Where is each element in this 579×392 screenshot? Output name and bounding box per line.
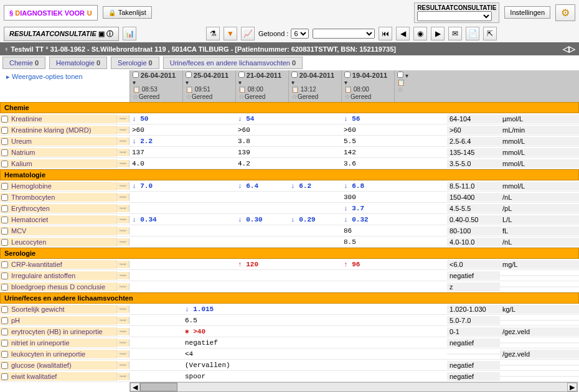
trend-icon[interactable]: 〰 (117, 261, 129, 268)
row-checkbox[interactable] (1, 194, 8, 201)
subtab-serologie[interactable]: Serologie 0 (111, 57, 159, 69)
mail-icon[interactable]: ✉ (448, 27, 462, 40)
trend-icon[interactable]: 〰 (117, 328, 129, 335)
result-cell: 0.30 (235, 215, 288, 224)
result-cell (182, 152, 235, 153)
result-cell (394, 275, 447, 276)
column-header[interactable]: ▾📋 ☆ (394, 70, 447, 102)
result-cell (235, 331, 288, 332)
result-cell (129, 286, 182, 287)
main-tab[interactable]: RESULTAATCONSULTATIE ▣ ⓘ (4, 27, 119, 41)
column-header[interactable]: 21-04-2011 ▾📋 08:00☆Gereed (235, 70, 288, 102)
trend-icon[interactable]: 〰 (117, 350, 129, 358)
result-cell: <4 (182, 350, 235, 358)
trend-icon[interactable]: 〰 (117, 115, 129, 123)
row-checkbox[interactable] (1, 205, 8, 212)
horizontal-scrollbar[interactable]: ◀ ▶ (129, 382, 578, 392)
row-checkbox[interactable] (1, 183, 8, 190)
result-cell (394, 129, 447, 131)
result-cell (394, 208, 447, 209)
chart-button[interactable]: 📊 (123, 27, 136, 40)
trend-icon[interactable]: 〰 (117, 182, 129, 190)
trend-icon[interactable]: 〰 (117, 339, 129, 347)
param-name: Hemoglobine (0, 182, 117, 190)
subtab-chemie[interactable]: Chemie 0 (2, 57, 45, 69)
row-checkbox[interactable] (1, 138, 8, 145)
row-checkbox[interactable] (1, 306, 8, 313)
row-checkbox[interactable] (1, 373, 8, 380)
patient-bar: ♀ Testwil TT ° 31-08-1962 - St.Willebror… (0, 42, 579, 55)
trend-icon[interactable]: 〰 (117, 283, 129, 291)
export-icon[interactable]: ⇱ (483, 27, 497, 40)
gear-button[interactable] (555, 4, 575, 21)
trend-icon[interactable]: 〰 (117, 306, 129, 313)
trend-icon[interactable]: 〰 (117, 317, 129, 324)
trend-icon[interactable]: 〰 (117, 205, 129, 212)
row-checkbox[interactable] (1, 273, 8, 279)
trend-icon[interactable]: 〰 (117, 373, 129, 380)
row-checkbox[interactable] (1, 317, 8, 324)
trend-icon[interactable]: 〰 (117, 194, 129, 201)
subtab-urine/feces en andere lichaamsvochten[interactable]: Urine/feces en andere lichaamsvochten 0 (163, 57, 303, 69)
takenlijst-button[interactable]: Takenlijst (103, 6, 152, 19)
row-checkbox[interactable] (1, 261, 8, 268)
row-checkbox[interactable] (1, 362, 8, 369)
trend-icon[interactable]: 〰 (117, 160, 129, 167)
row-checkbox[interactable] (1, 340, 8, 347)
trend-icon[interactable]: 〰 (117, 362, 129, 369)
trend-icon[interactable]: 📈 (241, 27, 255, 40)
trend-icon[interactable]: 〰 (117, 227, 129, 235)
param-name: CRP-kwantitatief (0, 260, 117, 269)
row-checkbox[interactable] (1, 149, 8, 156)
trend-icon[interactable]: 〰 (117, 216, 129, 223)
row-checkbox[interactable] (1, 329, 8, 335)
ref-range: 64-104 (447, 114, 500, 123)
nav-first-icon[interactable]: ⏮ (379, 27, 392, 40)
row-checkbox[interactable] (1, 127, 8, 134)
pdf-icon[interactable]: 📄 (466, 27, 479, 40)
row-checkbox[interactable] (1, 161, 8, 167)
result-cell (235, 353, 288, 355)
result-cell (394, 376, 447, 377)
patient-nav[interactable]: ◁▷ (563, 44, 575, 54)
row-checkbox[interactable] (1, 284, 8, 291)
trend-icon[interactable]: 〰 (117, 126, 129, 134)
instellingen-button[interactable]: Instellingen (504, 6, 550, 19)
scroll-right-icon[interactable]: ▶ (567, 383, 577, 391)
row-checkbox[interactable] (1, 116, 8, 123)
row-checkbox[interactable] (1, 228, 8, 235)
ref-range: 1.020-1.030 (447, 305, 500, 314)
scroll-left-icon[interactable]: ◀ (130, 383, 140, 391)
row-checkbox[interactable] (1, 217, 8, 223)
result-cell: 0.34 (129, 215, 182, 224)
nav-page-icon[interactable]: ◉ (413, 27, 427, 40)
column-header[interactable]: 25-04-2011 ▾📋 09:51☆Gereed (182, 70, 235, 102)
trend-icon[interactable]: 〰 (117, 149, 129, 156)
app-logo: § DIAGNOSTIEK VOOR U (4, 5, 98, 21)
result-row: MCV〰8680-100fL (0, 225, 579, 236)
nav-next-icon[interactable]: ▶ (431, 27, 445, 40)
resconsult-select[interactable] (417, 11, 492, 21)
scroll-thumb[interactable] (140, 383, 177, 391)
flask-icon[interactable]: ⚗ (206, 27, 220, 40)
nav-prev-icon[interactable]: ◀ (396, 27, 410, 40)
getoond-select[interactable]: 6 (291, 29, 309, 39)
result-row: pH〰6.55.0-7.0 (0, 315, 579, 326)
trend-icon[interactable]: 〰 (117, 138, 129, 145)
row-checkbox[interactable] (1, 239, 8, 246)
trend-icon[interactable]: 〰 (117, 272, 129, 279)
result-cell (129, 208, 182, 209)
subtab-hematologie[interactable]: Hematologie 0 (49, 57, 107, 69)
row-checkbox[interactable] (1, 351, 8, 358)
column-header[interactable]: 26-04-2011 ▾📋 08:53☆Gereed (129, 70, 182, 102)
column-header[interactable]: 20-04-2011 ▾📋 13:12☆Gereed (288, 70, 341, 102)
trend-icon[interactable]: 〰 (117, 238, 129, 246)
weergave-toggle[interactable]: ▸ Weergave-opties tonen (0, 70, 129, 83)
filter-icon[interactable]: ▼ (224, 27, 237, 40)
result-row: leukocyten in urineportie〰<4/gez.veld (0, 348, 579, 360)
result-cell: 137 (129, 148, 182, 157)
unit (500, 286, 579, 287)
column-header[interactable]: 19-04-2011 ▾📋 08:00☆Gereed (341, 70, 394, 102)
filter-select[interactable] (313, 29, 375, 39)
result-row: bloedgroep rhesus D conclusie〰z (0, 281, 579, 292)
